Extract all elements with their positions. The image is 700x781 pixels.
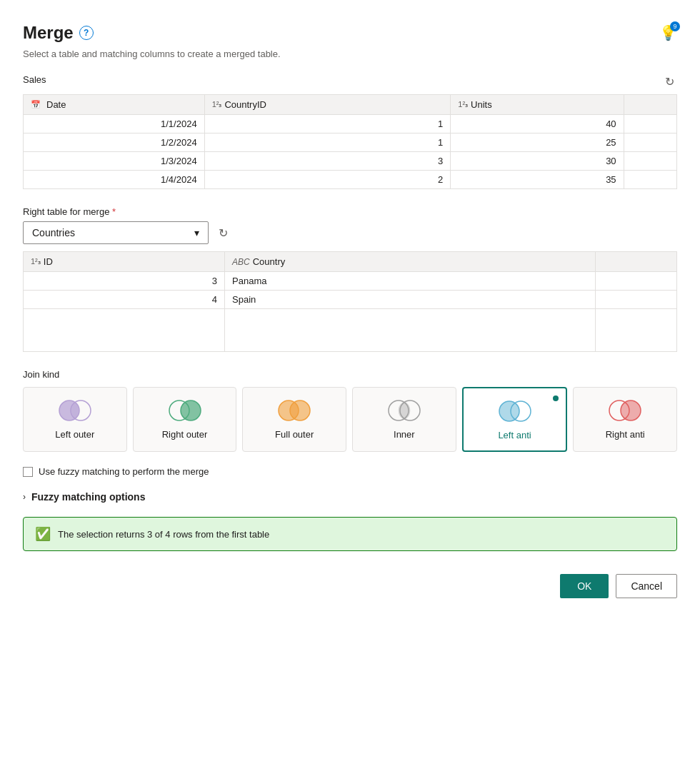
left-anti-venn-icon bbox=[496, 400, 534, 423]
dropdown-selected-value: Countries bbox=[32, 227, 75, 238]
countries-row2-empty bbox=[595, 291, 676, 309]
fuzzy-matching-section[interactable]: › Fuzzy matching options bbox=[23, 491, 677, 503]
row3-countryid: 3 bbox=[204, 152, 451, 171]
row2-units: 25 bbox=[451, 133, 624, 152]
row3-units: 30 bbox=[451, 152, 624, 171]
countries-id-header: 1²₃ ID bbox=[24, 252, 225, 272]
number-icon-1: 1²₃ bbox=[212, 100, 222, 109]
countries-row1-country: Panama bbox=[225, 272, 596, 291]
left-outer-venn-icon bbox=[56, 399, 94, 422]
countries-country-header: ABC Country bbox=[225, 252, 596, 272]
countries-empty-header bbox=[595, 252, 676, 272]
right-anti-label: Right anti bbox=[606, 429, 645, 440]
fuzzy-checkbox-row: Use fuzzy matching to perform the merge bbox=[23, 466, 677, 477]
table-row: 1/2/2024 1 25 bbox=[24, 133, 677, 152]
right-table-field-label: Right table for merge * bbox=[23, 206, 677, 217]
row3-empty bbox=[624, 152, 676, 171]
row3-date: 1/3/2024 bbox=[24, 152, 205, 171]
join-card-inner[interactable]: Inner bbox=[352, 387, 456, 452]
table-row: 1/4/2024 2 35 bbox=[24, 171, 677, 189]
active-indicator bbox=[551, 394, 560, 403]
row4-units: 35 bbox=[451, 171, 624, 189]
join-options: Left outer Right outer Full outer Inner bbox=[23, 387, 677, 452]
header: Merge ? 💡 9 bbox=[23, 23, 677, 43]
calendar-icon: 📅 bbox=[31, 100, 41, 109]
success-banner: ✅ The selection returns 3 of 4 rows from… bbox=[23, 517, 677, 551]
row4-empty bbox=[624, 171, 676, 189]
countries-row2-country: Spain bbox=[225, 291, 596, 309]
right-outer-label: Right outer bbox=[162, 429, 208, 440]
number-icon-id: 1²₃ bbox=[31, 257, 41, 266]
countries-row1-id: 3 bbox=[24, 272, 225, 291]
table-row: 1/3/2024 3 30 bbox=[24, 152, 677, 171]
table-row: 1/1/2024 1 40 bbox=[24, 115, 677, 133]
sales-date-header: 📅 Date bbox=[24, 95, 205, 115]
fuzzy-checkbox-label: Use fuzzy matching to perform the merge bbox=[39, 466, 209, 477]
full-outer-label: Full outer bbox=[275, 429, 314, 440]
right-outer-venn-icon bbox=[166, 399, 204, 422]
countries-row1-empty bbox=[595, 272, 676, 291]
join-card-left-outer[interactable]: Left outer bbox=[23, 387, 127, 452]
fuzzy-checkbox[interactable] bbox=[23, 467, 33, 477]
chevron-down-icon: ▾ bbox=[194, 227, 199, 238]
page-title: Merge bbox=[23, 23, 74, 43]
row4-countryid: 2 bbox=[204, 171, 451, 189]
countries-row2-id: 4 bbox=[24, 291, 225, 309]
sales-countryid-header: 1²₃ CountryID bbox=[204, 95, 451, 115]
row2-countryid: 1 bbox=[204, 133, 451, 152]
table-row: 4 Spain bbox=[24, 291, 677, 309]
inner-label: Inner bbox=[394, 429, 415, 440]
number-icon-2: 1²₃ bbox=[458, 100, 468, 109]
countries-table: 1²₃ ID ABC Country 3 Panama 4 Spain bbox=[23, 251, 677, 352]
row1-empty bbox=[624, 115, 676, 133]
sales-refresh-button[interactable]: ↻ bbox=[662, 74, 677, 90]
ok-button[interactable]: OK bbox=[560, 574, 609, 598]
cancel-button[interactable]: Cancel bbox=[616, 574, 677, 598]
join-card-right-anti[interactable]: Right anti bbox=[573, 387, 677, 452]
required-marker: * bbox=[112, 206, 116, 217]
full-outer-venn-icon bbox=[276, 399, 313, 422]
left-anti-label: Left anti bbox=[498, 430, 531, 440]
svg-point-3 bbox=[181, 400, 201, 420]
chevron-right-icon: › bbox=[23, 492, 26, 502]
help-icon[interactable]: ? bbox=[79, 26, 94, 40]
join-card-left-anti[interactable]: Left anti bbox=[462, 387, 568, 452]
join-kind-label: Join kind bbox=[23, 369, 677, 380]
row2-empty bbox=[624, 133, 676, 152]
dropdown-wrapper: Countries ▾ ↻ bbox=[23, 221, 677, 244]
row2-date: 1/2/2024 bbox=[24, 133, 205, 152]
row1-units: 40 bbox=[451, 115, 624, 133]
join-card-right-outer[interactable]: Right outer bbox=[133, 387, 237, 452]
sales-label: Sales bbox=[23, 74, 46, 85]
sales-units-header: 1²₃ Units bbox=[451, 95, 624, 115]
table-row: 3 Panama bbox=[24, 272, 677, 291]
notification-badge: 9 bbox=[670, 21, 680, 31]
row4-date: 1/4/2024 bbox=[24, 171, 205, 189]
right-anti-venn-icon bbox=[606, 399, 644, 422]
sales-table: 📅 Date 1²₃ CountryID 1²₃ Units 1/1/2024 bbox=[23, 94, 677, 189]
row1-date: 1/1/2024 bbox=[24, 115, 205, 133]
abc-icon: ABC bbox=[232, 257, 250, 267]
left-outer-label: Left outer bbox=[55, 429, 94, 440]
countries-empty-row bbox=[24, 309, 677, 352]
fuzzy-matching-title: Fuzzy matching options bbox=[31, 491, 145, 503]
success-check-icon: ✅ bbox=[35, 526, 51, 542]
svg-point-5 bbox=[290, 400, 310, 420]
sales-section-header: Sales ↻ bbox=[23, 74, 677, 90]
footer-buttons: OK Cancel bbox=[23, 574, 677, 598]
row1-countryid: 1 bbox=[204, 115, 451, 133]
success-text: The selection returns 3 of 4 rows from t… bbox=[58, 529, 269, 540]
svg-point-11 bbox=[621, 400, 641, 420]
lightbulb-area[interactable]: 💡 9 bbox=[659, 24, 677, 41]
right-table-dropdown[interactable]: Countries ▾ bbox=[23, 221, 209, 244]
inner-venn-icon bbox=[386, 399, 423, 422]
right-table-refresh-button[interactable]: ↻ bbox=[216, 225, 231, 241]
title-area: Merge ? bbox=[23, 23, 94, 43]
svg-point-8 bbox=[499, 401, 519, 421]
sales-empty-header bbox=[624, 95, 676, 115]
subtitle: Select a table and matching columns to c… bbox=[23, 49, 677, 59]
join-card-full-outer[interactable]: Full outer bbox=[242, 387, 346, 452]
